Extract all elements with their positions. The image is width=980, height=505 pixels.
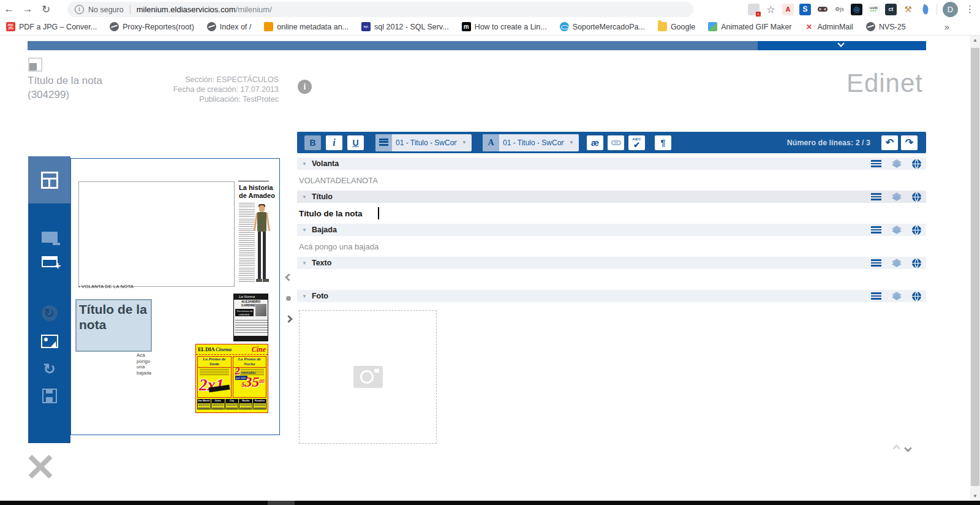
ct-extension-icon[interactable]: ct [885,4,897,15]
sidebar-item-page[interactable] [28,203,70,243]
note-title: Título de la nota [28,74,102,88]
link-icon [611,140,621,145]
tags-icon[interactable] [892,292,902,300]
js-extension-icon[interactable]: ⚙js [834,4,845,15]
site-info-icon[interactable]: i [75,5,84,14]
field-texto[interactable] [297,269,926,290]
back-button[interactable]: ← [0,3,18,15]
incognito-mask-extension-icon[interactable] [816,4,828,15]
promo-brand-eldia: EL DIA [198,346,214,352]
bookmark-gif-maker[interactable]: Animated GIF Maker [708,22,791,31]
link-button[interactable] [608,135,624,150]
globe-icon[interactable] [912,226,921,235]
forward-button[interactable]: → [18,3,37,15]
sidebar-item-web-sync[interactable]: ↻ [28,267,70,321]
scrollbar-down-arrow[interactable]: ▼ [970,492,980,501]
tags-icon[interactable] [892,192,902,201]
bookmark-online-metadata[interactable]: online metadata an... [264,22,349,31]
target-extension-icon[interactable]: ◎ [851,4,862,15]
special-character-button[interactable]: æ [587,135,603,150]
underline-button[interactable]: U [347,135,364,150]
redo-button[interactable]: ↷ [901,135,918,150]
feather-extension-icon[interactable] [919,4,931,15]
scroll-down-button[interactable] [904,444,912,452]
paragraph-style-dropdown[interactable]: 01 - Titulo - SwCond... ▼ [375,134,472,151]
close-button[interactable] [24,451,55,482]
sidebar-item-add-page[interactable] [28,243,70,267]
scrollbar-thumb[interactable] [971,48,979,486]
carousel-dot[interactable] [286,296,291,301]
section-header-titulo[interactable]: ▼ Título [297,191,926,203]
mercadopago-favicon [560,22,569,31]
section-menu-icon[interactable] [871,193,881,201]
cartoon-character-illustration [252,204,271,286]
section-header-bajada[interactable]: ▼ Bajada [297,224,926,236]
reload-button[interactable]: ↻ [37,3,55,16]
field-volanta[interactable]: VOLANTADELANOTA [297,170,926,191]
section-header-volanta[interactable]: ▼ Volanta [297,158,926,170]
section-menu-icon[interactable] [871,226,881,234]
cinema-cell: Paradiso [253,399,266,409]
extensions-puzzle-icon[interactable]: × [748,4,760,15]
newspaper-preview[interactable]: La historia de Amadeo VOLANTA DE LA NOTA… [70,158,280,435]
globe-icon[interactable] [912,292,921,301]
collapse-triangle-icon: ▼ [302,194,307,200]
bookmark-adminmail[interactable]: ✕AdminMail [805,22,853,31]
page-scrollbar[interactable]: ▲ ▼ [970,36,980,501]
section-menu-icon[interactable] [871,259,881,267]
sidebar-item-save[interactable] [28,378,70,403]
globe-icon[interactable] [912,192,921,202]
bookmark-index-of[interactable]: Index of / [207,22,251,31]
s-extension-icon[interactable]: S [799,4,811,15]
url-host: milenium.eldiaservicios.com [137,5,236,14]
field-bajada[interactable]: Acá pongo una bajada [297,236,926,257]
tags-icon[interactable] [892,226,902,234]
photo-dropzone[interactable] [299,310,437,444]
globe-icon[interactable] [912,159,921,169]
section-header-texto[interactable]: ▼ Texto [297,257,926,269]
cinema-cell: Rocha [239,399,252,409]
browser-menu-icon[interactable]: ⋮ [963,4,976,15]
section-menu-icon[interactable] [871,292,881,300]
url-bar[interactable]: i No seguro milenium.eldiaservicios.com … [67,2,693,17]
section-header-foto[interactable]: ▼ Foto [297,290,926,302]
spellcheck-button[interactable]: ABC ✔ [628,135,645,150]
bookmark-nvs-25[interactable]: NVS-25 [866,22,906,31]
bookmark-proxy-reportes[interactable]: Proxy-Reportes(root) [110,22,194,31]
globe-icon[interactable] [912,259,921,268]
undo-button[interactable]: ↶ [881,135,898,150]
bookmarks-overflow-chevron[interactable]: » [944,21,974,32]
expand-panel-button[interactable] [758,41,926,50]
italic-button[interactable]: i [326,135,342,150]
security-label: No seguro [88,6,124,14]
bookmark-soporte-mercadopago[interactable]: SoporteMercadoPa... [560,22,645,31]
carousel-next-button[interactable] [285,315,293,323]
edinet-logo: Edinet [846,69,923,98]
sidebar-item-refresh[interactable]: ↻ [28,348,70,378]
adobe-acrobat-extension-icon[interactable]: A [782,4,794,15]
preview-headline-box[interactable]: Título de la nota [75,299,152,352]
globe-favicon [207,22,216,31]
profile-avatar[interactable]: D [943,2,958,17]
carousel-prev-button[interactable] [285,273,293,281]
paragraph-style-icon [375,134,392,151]
bookmark-folder-google[interactable]: Google [658,22,695,31]
bookmark-pdf-a-jpg[interactable]: PDFJPGPDF a JPG – Conver... [6,22,97,31]
character-style-dropdown[interactable]: A 01 - Titulo - SwCond... ▼ [483,134,579,151]
invid-extension-icon[interactable]: InVID▸▸▸ [868,4,880,15]
bookmark-medium-howto[interactable]: mHow to create a Lin... [462,22,547,31]
field-titulo[interactable]: Título de la nota [297,203,926,224]
sidebar-item-layout[interactable] [28,156,70,203]
bold-button[interactable]: B [304,135,321,150]
tool-extension-icon[interactable]: ⚒ [902,4,914,15]
section-menu-icon[interactable] [871,160,881,168]
pilcrow-button[interactable]: ¶ [655,135,671,150]
tags-icon[interactable] [892,259,902,267]
bookmark-sql-2012[interactable]: SQLsql 2012 - SQL Serv... [361,22,449,31]
scroll-up-button[interactable] [892,444,900,452]
info-icon[interactable]: i [298,80,312,94]
sidebar-item-images[interactable] [28,321,70,348]
bookmark-star-icon[interactable]: ☆ [765,4,777,15]
scrollbar-up-arrow[interactable]: ▲ [970,36,980,45]
tags-icon[interactable] [892,159,902,168]
